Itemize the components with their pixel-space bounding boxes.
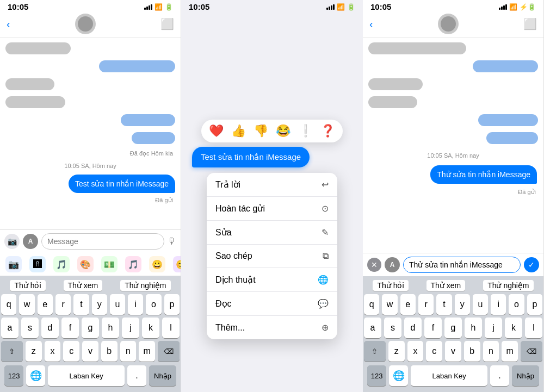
back-button[interactable]: ‹ xyxy=(7,18,10,30)
right-video-button[interactable]: ⬜ xyxy=(523,17,537,30)
reaction-thumbsup[interactable]: 👍 xyxy=(231,124,246,138)
right-key-x[interactable]: x xyxy=(407,341,424,362)
cash-app[interactable]: 💵 xyxy=(101,256,118,272)
right-period-key[interactable]: . xyxy=(490,365,509,386)
sticker-app[interactable]: 😊 xyxy=(173,256,181,272)
right-key-y[interactable]: y xyxy=(455,294,470,315)
edit-message-input[interactable] xyxy=(403,257,521,273)
key-y[interactable]: y xyxy=(92,294,107,315)
reaction-exclaim[interactable]: ❕ xyxy=(298,124,313,138)
key-t[interactable]: t xyxy=(73,294,89,315)
right-key-b[interactable]: b xyxy=(464,341,480,362)
reaction-laugh[interactable]: 😂 xyxy=(276,124,290,138)
right-key-e[interactable]: e xyxy=(400,294,416,315)
key-s[interactable]: s xyxy=(21,318,39,338)
key-w[interactable]: w xyxy=(19,294,34,315)
video-call-button[interactable]: ⬜ xyxy=(160,17,174,30)
right-shift-key[interactable]: ⇧ xyxy=(364,341,386,362)
message-input[interactable] xyxy=(41,233,164,250)
shift-key[interactable]: ⇧ xyxy=(1,341,23,362)
key-a[interactable]: a xyxy=(1,318,18,338)
audio-app[interactable]: 🎵 xyxy=(53,256,70,272)
camera-button[interactable]: 📷 xyxy=(4,234,20,249)
emoji-key[interactable]: 🌐 xyxy=(26,365,45,386)
ctx-more[interactable]: Thêm... ⊕ xyxy=(207,316,337,339)
key-g[interactable]: g xyxy=(82,318,99,338)
key-k[interactable]: k xyxy=(142,318,159,338)
right-suggest-1[interactable]: Thử hỏi xyxy=(373,280,408,291)
right-suggest-3[interactable]: Thử nghiệm xyxy=(483,280,533,291)
ctx-edit[interactable]: Sửa ✎ xyxy=(207,221,337,245)
key-i[interactable]: i xyxy=(128,294,143,315)
right-key-h[interactable]: h xyxy=(465,318,482,338)
edit-send-button[interactable]: ✓ xyxy=(524,257,539,272)
right-key-j[interactable]: j xyxy=(485,318,502,338)
right-suggest-2[interactable]: Thử xem xyxy=(426,280,466,291)
right-key-a[interactable]: a xyxy=(364,318,381,338)
suggest-2[interactable]: Thử xem xyxy=(64,280,103,291)
reaction-question[interactable]: ❓ xyxy=(320,124,335,138)
right-key-p[interactable]: p xyxy=(527,294,542,315)
ctx-copy[interactable]: Sao chép ⧉ xyxy=(207,245,337,268)
right-key-m[interactable]: m xyxy=(502,341,518,362)
right-key-w[interactable]: w xyxy=(382,294,397,315)
right-back-button[interactable]: ‹ xyxy=(369,18,373,30)
right-key-i[interactable]: i xyxy=(491,294,506,315)
edit-message-bubble[interactable]: Thử sửa tin nhắn iMessage xyxy=(429,164,538,185)
key-d[interactable]: d xyxy=(41,318,59,338)
music-app[interactable]: 🎵 xyxy=(125,256,141,272)
right-key-z[interactable]: z xyxy=(388,341,405,362)
ctx-reply[interactable]: Trả lời ↩ xyxy=(207,173,337,197)
enter-key[interactable]: Nhập xyxy=(149,365,176,386)
reaction-thumbsdown[interactable]: 👎 xyxy=(254,124,268,138)
right-key-q[interactable]: q xyxy=(364,294,379,315)
right-key-v[interactable]: v xyxy=(445,341,461,362)
right-appstore-button[interactable]: A xyxy=(385,257,400,272)
right-key-n[interactable]: n xyxy=(483,341,499,362)
color-app[interactable]: 🎨 xyxy=(77,256,94,272)
avatar[interactable] xyxy=(75,14,96,34)
right-emoji-key[interactable]: 🌐 xyxy=(389,365,408,386)
key-p[interactable]: p xyxy=(164,294,180,315)
key-c[interactable]: c xyxy=(63,341,79,362)
right-key-t[interactable]: t xyxy=(436,294,452,315)
key-m[interactable]: m xyxy=(139,341,155,362)
right-key-o[interactable]: o xyxy=(509,294,524,315)
key-f[interactable]: f xyxy=(61,318,79,338)
key-q[interactable]: q xyxy=(1,294,16,315)
key-x[interactable]: x xyxy=(45,341,61,362)
right-key-u[interactable]: u xyxy=(473,294,488,315)
delete-key[interactable]: ⌫ xyxy=(158,341,180,362)
right-key-g[interactable]: g xyxy=(444,318,462,338)
suggest-3[interactable]: Thử nghiệm xyxy=(120,280,170,291)
ctx-unsend[interactable]: Hoàn tác gửi ⊙ xyxy=(207,197,337,221)
photos-app[interactable]: 📷 xyxy=(5,256,22,272)
right-key-s[interactable]: s xyxy=(384,318,401,338)
key-j[interactable]: j xyxy=(122,318,139,338)
right-delete-key[interactable]: ⌫ xyxy=(521,341,542,362)
right-key-r[interactable]: r xyxy=(418,294,434,315)
right-key-l[interactable]: l xyxy=(525,318,542,338)
key-v[interactable]: v xyxy=(82,341,98,362)
right-avatar[interactable] xyxy=(438,14,459,34)
right-key-k[interactable]: k xyxy=(505,318,522,338)
period-key[interactable]: . xyxy=(127,365,146,386)
right-numpad-key[interactable]: 123 xyxy=(367,365,386,386)
key-r[interactable]: r xyxy=(55,294,71,315)
right-key-c[interactable]: c xyxy=(426,341,442,362)
edit-cancel-button[interactable]: ✕ xyxy=(367,258,381,272)
right-key-d[interactable]: d xyxy=(404,318,422,338)
numpad-key[interactable]: 123 xyxy=(4,365,23,386)
mic-icon[interactable]: 🎙 xyxy=(168,237,176,246)
appstore-button[interactable]: A xyxy=(23,234,38,249)
suggest-1[interactable]: Thử hỏi xyxy=(10,280,45,291)
right-enter-key[interactable]: Nhập xyxy=(512,365,539,386)
memoji-app[interactable]: 😀 xyxy=(149,256,165,272)
key-n[interactable]: n xyxy=(120,341,137,362)
key-l[interactable]: l xyxy=(162,318,180,338)
key-e[interactable]: e xyxy=(38,294,53,315)
ctx-read[interactable]: Đọc 💬 xyxy=(207,292,337,316)
right-key-f[interactable]: f xyxy=(424,318,442,338)
key-o[interactable]: o xyxy=(146,294,161,315)
main-message-bubble[interactable]: Test sửa tin nhắn iMessage xyxy=(69,175,175,193)
